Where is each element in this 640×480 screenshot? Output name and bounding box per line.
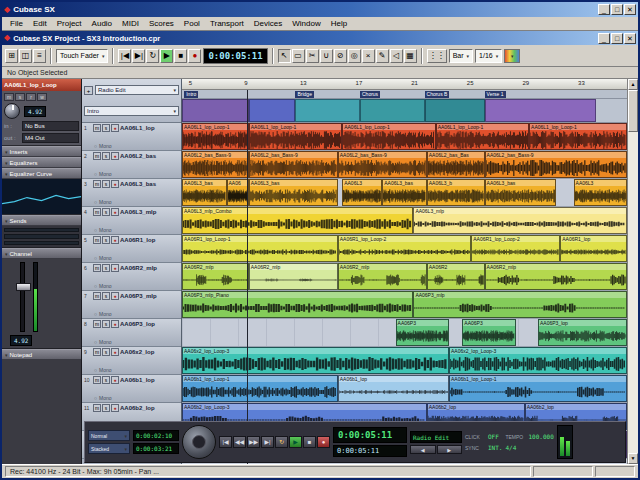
track-list-item[interactable]: 3ms●AA06L3_bas○Mono <box>82 179 181 207</box>
volume-fader[interactable] <box>20 262 25 332</box>
audio-event[interactable]: AA06R2_mlp <box>249 263 338 290</box>
track-m-button[interactable]: m <box>4 93 14 101</box>
track-list-item[interactable]: 6ms●AA06R2_mlp○Mono <box>82 263 181 291</box>
tempo-value[interactable]: 100.000 <box>528 433 553 440</box>
audio-event[interactable]: AA06L1_lop_Loop-1 <box>249 123 342 150</box>
track-list-item[interactable]: 7ms●AA06P3_mlp○Mono <box>82 291 181 319</box>
track-record-button[interactable]: ● <box>111 320 119 328</box>
send-slot[interactable] <box>4 228 79 232</box>
close-button[interactable]: ✕ <box>624 4 636 15</box>
track-mute-button[interactable]: m <box>93 152 101 160</box>
play-tool[interactable]: ◁ <box>390 49 403 63</box>
audio-event[interactable]: AA06b1_lop <box>338 375 449 402</box>
arrangement-part[interactable] <box>182 99 249 122</box>
arrangement-part[interactable] <box>249 99 296 122</box>
track-mute-button[interactable]: m <box>93 180 101 188</box>
previous-marker-button[interactable]: ◀ <box>410 445 436 454</box>
audio-event[interactable]: AA06R2_mlp <box>338 263 427 290</box>
audio-event[interactable]: AA06P3 <box>396 319 449 346</box>
audio-event[interactable]: AA06L3_mlp_Combo <box>182 207 413 234</box>
track-record-button[interactable]: ● <box>111 152 119 160</box>
audio-event[interactable]: AA06L3_bas <box>182 179 227 206</box>
inspector-section-channel[interactable]: ▾ Channel <box>2 248 81 259</box>
track-solo-button[interactable]: s <box>102 152 110 160</box>
track-mute-button[interactable]: m <box>93 236 101 244</box>
postroll-display[interactable]: 0:00:03:21 <box>133 443 179 454</box>
arrangement-part[interactable] <box>425 99 485 122</box>
object-selection-tool[interactable]: ↖ <box>278 49 291 63</box>
track-solo-button[interactable]: s <box>102 376 110 384</box>
record-mode-select[interactable]: Normal ▾ <box>88 430 130 441</box>
notepad-area[interactable] <box>2 360 81 464</box>
stop-button[interactable]: ■ <box>174 49 187 63</box>
volume-knob[interactable] <box>4 103 20 119</box>
show-inspector-button[interactable]: ◫ <box>19 49 32 63</box>
draw-tool[interactable]: ✎ <box>376 49 389 63</box>
track-solo-button[interactable]: s <box>102 124 110 132</box>
track-record-button[interactable]: ● <box>111 180 119 188</box>
grid-type-select[interactable]: 1/16 ▾ <box>475 49 502 63</box>
track-record-button[interactable]: ● <box>111 348 119 356</box>
audio-event[interactable]: AA06P3 <box>462 319 515 346</box>
menu-transport[interactable]: Transport <box>205 19 249 28</box>
menu-project[interactable]: Project <box>52 19 87 28</box>
minimize-button[interactable]: _ <box>598 4 610 15</box>
play-button[interactable]: ▶ <box>289 436 302 448</box>
goto-next-marker-button[interactable]: ▶| <box>132 49 145 63</box>
track-w-button[interactable]: w <box>37 93 47 101</box>
project-close-button[interactable]: ✕ <box>624 33 636 44</box>
record-button[interactable]: ● <box>317 436 330 448</box>
audio-event[interactable]: AA06L3 <box>574 179 627 206</box>
transport-panel[interactable]: Normal ▾ Stacked ▾ 0:00:02:10 0:00:03:21… <box>84 421 626 463</box>
jog-shuttle-wheel[interactable] <box>182 425 216 459</box>
track-mute-button[interactable]: m <box>93 376 101 384</box>
menu-edit[interactable]: Edit <box>28 19 52 28</box>
audio-event[interactable]: AA06R1_lop_Loop-2 <box>338 235 472 262</box>
glue-tool[interactable]: ∪ <box>320 49 333 63</box>
add-marker-button[interactable]: + <box>84 86 93 95</box>
app-titlebar[interactable]: ◆ Cubase SX _ □ ✕ <box>2 2 638 17</box>
marker-tag[interactable]: Chorus <box>360 91 380 98</box>
play-button[interactable]: ▶ <box>160 49 173 63</box>
track-list-item[interactable]: 4ms●AA06L3_mlp○Mono <box>82 207 181 235</box>
eq-curve-display[interactable] <box>2 179 81 215</box>
track-record-button[interactable]: ● <box>111 404 119 412</box>
audio-event[interactable]: AA06L3_b <box>427 179 485 206</box>
audio-event[interactable]: AA06R2_mlp <box>485 263 627 290</box>
audio-event[interactable]: AA06 <box>227 179 249 206</box>
track-mute-button[interactable]: m <box>93 264 101 272</box>
send-slot[interactable] <box>4 234 79 238</box>
cycle-mode-select[interactable]: Stacked ▾ <box>88 443 130 454</box>
track-list-item[interactable]: 10ms●AA06b1_lop○Mono <box>82 375 181 403</box>
fader-cap[interactable] <box>16 283 31 291</box>
marker-lane[interactable] <box>182 99 627 123</box>
arrangement-part[interactable] <box>295 99 360 122</box>
snap-mode-select[interactable]: Bar ▾ <box>449 49 473 63</box>
send-slot[interactable] <box>4 241 79 245</box>
audio-event[interactable]: AA06L2_bas_Bass-9 <box>182 151 249 178</box>
audio-event[interactable]: AA06L3_mlp <box>413 207 627 234</box>
track-mute-button[interactable]: m <box>93 208 101 216</box>
audio-event[interactable]: AA06R2 <box>427 263 485 290</box>
audio-event[interactable]: AA06R1_lop <box>560 235 627 262</box>
inspector-track-title[interactable]: AA06L1_lop_Loop <box>2 79 81 91</box>
track-s-button[interactable]: s <box>15 93 25 101</box>
forward-button[interactable]: ▶▶ <box>247 436 260 448</box>
audio-event[interactable]: AA06L2_bas_Bass-9 <box>485 151 627 178</box>
goto-end-button[interactable]: ▶| <box>261 436 274 448</box>
audio-event[interactable]: AA06b1_lop_Loop-1 <box>449 375 627 402</box>
preroll-display[interactable]: 0:00:02:10 <box>133 430 179 441</box>
mute-tool[interactable]: × <box>362 49 375 63</box>
audio-event[interactable]: AA06L2_bas_Bas <box>427 151 485 178</box>
audio-event[interactable]: AA06R2_mlp <box>182 263 249 290</box>
track-record-button[interactable]: ● <box>111 124 119 132</box>
track-list-item[interactable]: 8ms●AA06P3_lop○Mono <box>82 319 181 347</box>
track-solo-button[interactable]: s <box>102 348 110 356</box>
audio-event[interactable]: AA06L3_bas <box>382 179 427 206</box>
menu-pool[interactable]: Pool <box>179 19 205 28</box>
erase-tool[interactable]: ⊘ <box>334 49 347 63</box>
activate-project-button[interactable]: ⊞ <box>5 49 18 63</box>
track-solo-button[interactable]: s <box>102 320 110 328</box>
marker-tag[interactable]: Chorus B <box>425 91 450 98</box>
arrangement-part[interactable] <box>485 99 596 122</box>
